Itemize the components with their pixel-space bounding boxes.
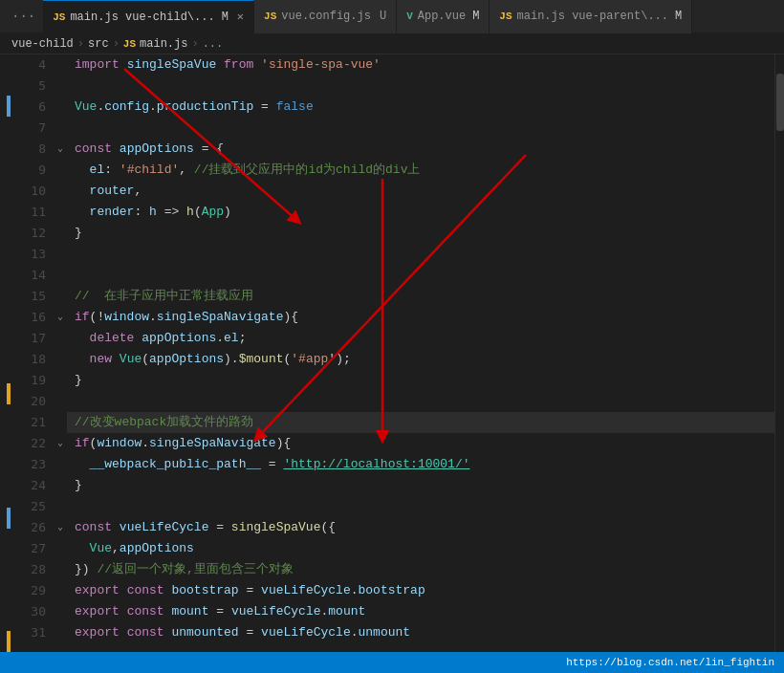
code-editor: 4567891011121314151617181920212223242526… — [0, 54, 784, 652]
code-line: Vue.config.productionTip = false — [67, 97, 774, 118]
tab-vue-config[interactable]: JS vue.config.js U — [254, 0, 397, 33]
tab-bar: ··· JS main.js vue-child\... M ✕ JS vue.… — [0, 0, 784, 33]
breadcrumb: vue-child › src › JS main.js › ... — [0, 33, 784, 54]
breadcrumb-ellipsis: ... — [203, 37, 224, 51]
left-sidebar — [0, 54, 17, 652]
code-content[interactable]: import singleSpaVue from 'single-spa-vue… — [67, 54, 774, 652]
code-line: }) //返回一个对象,里面包含三个对象 — [67, 559, 774, 580]
breadcrumb-mainjs: main.js — [140, 37, 187, 51]
code-line: el: '#child', //挂载到父应用中的id为child的div上 — [67, 160, 774, 181]
code-line: render: h => h(App) — [67, 202, 774, 223]
tab-modified: M — [222, 11, 229, 24]
git-dot-line20 — [7, 383, 11, 404]
breadcrumb-src: src — [88, 37, 109, 51]
code-line: //改变webpack加载文件的路劲 — [67, 412, 774, 433]
code-line — [67, 118, 774, 139]
status-bar: https://blog.csdn.net/lin_fightin — [0, 652, 784, 673]
fold-indicators: ⌄⌄⌄⌄ — [54, 54, 67, 652]
git-dot-line26 — [7, 508, 11, 529]
tab-app-vue[interactable]: V App.vue M — [397, 0, 490, 33]
code-line: // 在非子应用中正常挂载应用 — [67, 286, 774, 307]
breadcrumb-sep3: › — [191, 37, 198, 51]
scrollbar[interactable] — [774, 54, 784, 652]
editor-window: ··· JS main.js vue-child\... M ✕ JS vue.… — [0, 0, 784, 673]
code-line: router, — [67, 181, 774, 202]
breadcrumb-icon-js: JS — [123, 38, 136, 50]
code-line — [67, 244, 774, 265]
code-line — [67, 496, 774, 517]
code-line: const vueLifeCycle = singleSpaVue({ — [67, 517, 774, 538]
status-url: https://blog.csdn.net/lin_fightin — [566, 657, 774, 668]
code-line: delete appOptions.el; — [67, 328, 774, 349]
tab-icon-vue: V — [406, 11, 413, 22]
tab-label4: main.js vue-parent\... — [517, 10, 668, 23]
tab-modified4: M — [675, 10, 682, 23]
breadcrumb-vue-child: vue-child — [11, 37, 74, 51]
code-line: export const bootstrap = vueLifeCycle.bo… — [67, 580, 774, 601]
code-line — [67, 391, 774, 412]
git-dot-line6 — [7, 96, 11, 117]
tab-main-js-parent[interactable]: JS main.js vue-parent\... M — [490, 0, 692, 33]
code-line: } — [67, 223, 774, 244]
breadcrumb-sep1: › — [77, 37, 84, 51]
tab-overflow-dots: ··· — [4, 9, 43, 24]
code-line: __webpack_public_path__ = 'http://localh… — [67, 454, 774, 475]
tab-main-js-child[interactable]: JS main.js vue-child\... M ✕ — [43, 0, 254, 33]
code-line: export const unmounted = vueLifeCycle.un… — [67, 622, 774, 643]
code-line: import singleSpaVue from 'single-spa-vue… — [67, 54, 774, 76]
tab-label2: vue.config.js — [281, 10, 371, 23]
code-line — [67, 76, 774, 97]
tab-unmodified: U — [380, 10, 386, 23]
code-line: export const mount = vueLifeCycle.mount — [67, 601, 774, 622]
tab-icon-js2: JS — [264, 11, 276, 22]
code-line — [67, 265, 774, 286]
tab-modified3: M — [472, 10, 479, 23]
code-line: if(window.singleSpaNavigate){ — [67, 433, 774, 454]
code-line: } — [67, 370, 774, 391]
tab-label: main.js vue-child\... — [70, 11, 214, 24]
breadcrumb-sep2: › — [113, 37, 120, 51]
line-numbers: 4567891011121314151617181920212223242526… — [17, 54, 54, 652]
tab-icon-js: JS — [53, 11, 65, 23]
code-line: } — [67, 475, 774, 496]
code-line: if(!window.singleSpaNavigate){ — [67, 307, 774, 328]
tab-icon-js3: JS — [499, 11, 512, 22]
code-line: const appOptions = { — [67, 139, 774, 160]
tab-close-icon[interactable]: ✕ — [237, 10, 244, 24]
code-line: Vue,appOptions — [67, 538, 774, 559]
code-line: new Vue(appOptions).$mount('#app'); — [67, 349, 774, 370]
tab-label3: App.vue — [418, 10, 466, 23]
